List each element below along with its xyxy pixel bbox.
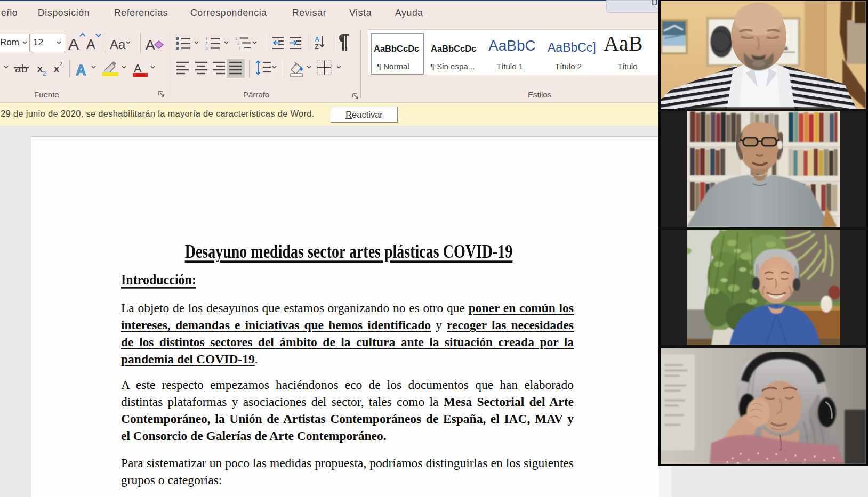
svg-text:x: x xyxy=(37,63,43,74)
svg-text:a: a xyxy=(237,41,240,46)
svg-text:ab: ab xyxy=(15,62,27,75)
svg-text:x: x xyxy=(54,63,59,74)
svg-text:1: 1 xyxy=(235,36,238,41)
svg-text:3: 3 xyxy=(205,46,208,51)
svg-text:A: A xyxy=(86,37,95,52)
svg-text:2: 2 xyxy=(59,61,62,67)
svg-text:A: A xyxy=(146,37,155,53)
svg-text:A: A xyxy=(315,36,319,43)
svg-text:Aa: Aa xyxy=(110,37,126,52)
svg-text:Z: Z xyxy=(315,43,319,51)
svg-text:2: 2 xyxy=(43,70,46,77)
svg-text:i: i xyxy=(239,46,240,51)
svg-text:A: A xyxy=(76,62,86,78)
svg-text:A: A xyxy=(68,35,79,53)
